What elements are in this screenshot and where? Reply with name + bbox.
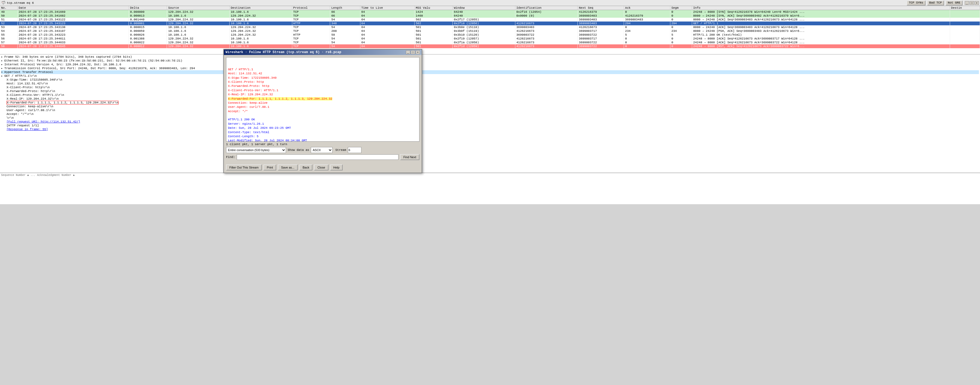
maximize-btn[interactable]: □ [970,1,974,5]
detail-line: Host: 114.132.51.42\r\n [1,82,979,86]
detail-line[interactable]: Internet Protocol Version 4, Src: 129.20… [1,63,979,67]
http-response-text: HTTP/1.1 200 OK Server: nginx/1.26.1 Dat… [228,118,418,142]
table-row[interactable]: 542024-07-28 17:23:25.3431970.00005910.1… [0,29,980,33]
title-bar: 🦈 tcp.stream eq 6 TCP SYNs Bad TCP Not G… [0,0,980,6]
table-row[interactable]: 552024-07-28 17:23:25.3432230.00002610.1… [0,33,980,37]
stream-label: Stream [335,148,346,152]
table-row[interactable]: 582024-07-28 17:23:25.3446450.000012129.… [0,45,980,48]
detail-line: [Response in frame: 55] [1,127,979,131]
window-title: tcp.stream eq 6 [7,2,34,5]
dialog-controls-row: Entire conversation (533 bytes) Show dat… [226,147,420,153]
detail-line[interactable]: Frame 52: 348 bytes on wire (2784 bits),… [1,55,979,59]
col-info: Info [692,6,950,10]
col-nextseq: Next Seq [578,6,624,10]
detail-line: [Full request URI: http://114.132.51.42/… [1,120,979,124]
col-length: Length [330,6,360,10]
dialog-maximize-btn[interactable]: □ [411,50,415,54]
tcp-syns-btn[interactable]: TCP SYNs [907,0,926,5]
summary-text: 1 client pkt, 1 server pkt, 1 turn [226,143,287,146]
col-segm: Segm [670,6,692,10]
detail-line: X-Client-Proto: http\r\n [1,86,979,89]
col-date: Date [18,6,129,10]
col-mss: MSS Valu [415,6,453,10]
save-as-btn[interactable]: Save as... [278,164,298,170]
detail-panel: Frame 52: 348 bytes on wire (2784 bits),… [0,54,980,173]
detail-line[interactable]: Hypertext Transfer Protocol [1,70,979,74]
follow-http-dialog: Wireshark · Follow HTTP Stream (tcp.stre… [223,49,422,173]
find-label: Find: [226,156,235,159]
detail-link[interactable]: [Full request URI: http://114.132.51.42/… [6,120,80,123]
app-icon: 🦈 [1,0,6,5]
dialog-title-text: Wireshark · Follow HTTP Stream (tcp.stre… [226,50,341,54]
boxed-value: X-Forwarded-For: 1.1.1.1, 1.1.1.2, 1.1.1… [6,101,118,105]
col-window: Window [453,6,515,10]
show-data-select[interactable]: ASCII [311,147,332,153]
dialog-footer: Filter Out This Stream Print Save as... … [224,163,422,173]
dialog-minimize-btn[interactable]: _ [406,50,410,54]
dialog-close-btn[interactable]: × [416,50,420,54]
detail-line[interactable]: GET / HTTP/1.1\r\n [1,74,979,78]
table-row[interactable]: 532024-07-28 17:23:25.3431380.00001510.1… [0,25,980,29]
detail-line[interactable]: Transmission Control Protocol, Src Port:… [1,67,979,70]
detail-line: X-Client-Proto-Ver: HTTP/1.1\r\n [1,93,979,97]
col-source: Source [167,6,230,10]
table-row[interactable]: 492024-07-28 17:23:25.3416690.000000129.… [0,10,980,14]
print-btn[interactable]: Print [263,164,276,170]
col-protocol: Protocol [292,6,330,10]
col-delta: Delta [129,6,167,10]
hex-label: Sequence Number ▲ ... Acknowledgment Num… [1,174,979,177]
packet-table: No. Date Delta Source Destination Protoc… [0,6,980,48]
detail-line: X-Forwarded-Proto: http\r\n [1,89,979,93]
detail-line: X-Stgw-Time: 1722158605.340\r\n [1,78,979,82]
col-no: No. [0,6,18,10]
close-dialog-btn[interactable]: Close [314,164,328,170]
find-row: Find: Find Next [226,154,420,160]
close-btn[interactable]: × [975,1,979,5]
col-destin: Destin [950,6,980,10]
detail-line: User-Agent: curl/7.88.1\r\n [1,108,979,112]
col-ack: Ack [624,6,670,10]
detail-line: [HTTP request 1/1] [1,124,979,127]
detail-line: X-Forwarded-For: 1.1.1.1, 1.1.1.2, 1.1.1… [1,101,979,105]
packet-tbody: 492024-07-28 17:23:25.3416690.000000129.… [0,10,980,48]
filter-out-btn[interactable]: Filter Out This Stream [226,164,262,170]
col-id: Identification [515,6,578,10]
dialog-summary-row: 1 client pkt, 1 server pkt, 1 turn [226,143,420,146]
stream-number-input[interactable] [348,147,361,153]
table-row[interactable]: 572024-07-28 17:23:25.3446330.000022129.… [0,41,980,45]
table-row[interactable]: 562024-07-28 17:23:25.3446110.001388129.… [0,37,980,41]
conversation-select[interactable]: Entire conversation (533 bytes) [226,147,286,153]
dialog-title-bar: Wireshark · Follow HTTP Stream (tcp.stre… [224,49,422,55]
back-btn[interactable]: Back [299,164,312,170]
bad-tcp-btn[interactable]: Bad TCP [927,0,944,5]
http-stream-text-area[interactable]: GET / HTTP/1.1 Host: 114.132.51.42 X-Stg… [226,57,420,142]
table-row[interactable]: 502024-07-28 17:23:25.3416820.00001310.1… [0,14,980,18]
table-header-row: No. Date Delta Source Destination Protoc… [0,6,980,10]
http-request-text: GET / HTTP/1.1 Host: 114.132.51.42 X-Stg… [228,67,418,113]
dialog-body: GET / HTTP/1.1 Host: 114.132.51.42 X-Stg… [224,55,422,163]
detail-line: Accept: */*\r\n [1,112,979,116]
find-input[interactable] [237,154,398,160]
detail-line[interactable]: Ethernet II, Src: fe:ee:1b:5d:08:23 (fe:… [1,59,979,63]
minimize-btn[interactable]: _ [965,1,969,5]
table-row[interactable]: 512024-07-28 17:23:25.3431220.001440129.… [0,18,980,22]
detail-line: Connection: keep-alive\r\n [1,105,979,108]
show-data-label: Show data as [288,148,309,152]
col-ttl: Time to Live [360,6,415,10]
hex-panel: Sequence Number ▲ ... Acknowledgment Num… [0,173,980,204]
help-btn[interactable]: Help [330,164,343,170]
packet-table-container: No. Date Delta Source Destination Protoc… [0,6,980,54]
detail-link[interactable]: [Response in frame: 55] [6,128,48,131]
not-gre-btn[interactable]: Not GRE [946,0,963,5]
col-destination: Destination [229,6,292,10]
find-next-button[interactable]: Find Next [400,154,420,160]
detail-line: X-Real-IP: 129.204.224.32\r\n [1,97,979,101]
table-row[interactable]: 522024-07-28 17:23:25.3431230.000001129.… [0,22,980,25]
detail-line: \r\n [1,116,979,120]
